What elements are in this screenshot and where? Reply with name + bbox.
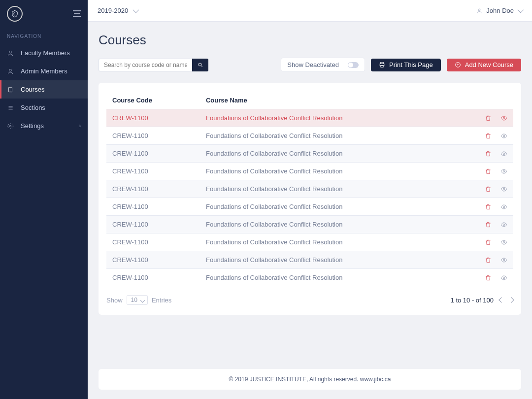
user-name: John Doe [486,7,514,14]
cell-name: Foundations of Collaborative Conflict Re… [200,269,469,287]
app-logo [7,6,23,22]
eye-icon[interactable] [500,168,507,175]
add-course-button-label: Add New Course [465,61,513,68]
cell-code: CREW-1100 [106,145,200,163]
svg-point-25 [503,277,505,279]
row-actions [475,221,507,228]
search-icon [198,62,203,68]
svg-rect-10 [380,63,384,64]
eye-icon[interactable] [500,115,507,122]
sidebar-item-sections[interactable]: Sections [0,99,88,117]
main: 2019-2020 John Doe Courses Show Deactiva… [88,0,532,399]
next-page-button[interactable] [508,297,514,302]
add-course-button[interactable]: Add New Course [447,59,521,71]
sidebar-item-label: Courses [21,86,44,93]
printer-icon [379,62,385,68]
prev-page-button[interactable] [499,297,504,302]
year-selector[interactable]: 2019-2020 [98,7,137,14]
table-row[interactable]: CREW-1100Foundations of Collaborative Co… [106,163,513,180]
trash-icon[interactable] [485,150,492,157]
cell-name: Foundations of Collaborative Conflict Re… [200,216,469,233]
footer: © 2019 JUSTICE INSTITUTE, All rights res… [99,369,521,390]
cell-code: CREW-1100 [106,251,200,269]
trash-icon[interactable] [485,133,492,139]
trash-icon[interactable] [485,274,492,281]
show-label: Show [106,297,123,304]
book-icon [7,86,14,93]
user-menu[interactable]: John Doe [476,7,522,14]
sidebar-item-admin[interactable]: Admin Members [0,62,88,80]
svg-point-18 [503,153,505,155]
table-row[interactable]: CREW-1100Foundations of Collaborative Co… [106,109,513,127]
sidebar-item-label: Faculty Members [21,49,70,57]
cell-code: CREW-1100 [106,163,200,180]
page-size-select[interactable]: 10 [127,295,148,305]
search-button[interactable] [192,59,208,71]
entries-label: Entries [152,297,171,304]
sidebar-toggle-icon[interactable] [73,10,81,17]
footer-institute: JUSTICE INSTITUTE, [250,376,308,383]
trash-icon[interactable] [485,168,492,175]
cell-name: Foundations of Collaborative Conflict Re… [200,198,469,216]
cell-name: Foundations of Collaborative Conflict Re… [200,109,469,127]
sidebar-item-courses[interactable]: Courses [0,80,88,99]
eye-icon[interactable] [500,133,507,139]
toolbar: Show Deactivated Print This Page Add New… [99,58,521,72]
svg-line-9 [201,66,202,67]
courses-table: Course Code Course Name CREW-1100Foundat… [106,92,513,286]
eye-icon[interactable] [500,257,507,264]
col-code: Course Code [106,92,200,109]
svg-point-23 [503,241,505,243]
cell-name: Foundations of Collaborative Conflict Re… [200,145,469,163]
svg-point-22 [503,224,505,226]
table-row[interactable]: CREW-1100Foundations of Collaborative Co… [106,180,513,198]
cell-code: CREW-1100 [106,233,200,251]
table-row[interactable]: CREW-1100Foundations of Collaborative Co… [106,198,513,216]
svg-point-0 [9,51,12,53]
cell-code: CREW-1100 [106,269,200,287]
row-actions [475,257,507,264]
sidebar-item-label: Admin Members [21,67,67,75]
footer-copyright: © 2019 [229,376,250,383]
trash-icon[interactable] [485,257,492,264]
cell-code: CREW-1100 [106,109,200,127]
eye-icon[interactable] [500,221,507,228]
eye-icon[interactable] [500,239,507,246]
table-row[interactable]: CREW-1100Foundations of Collaborative Co… [106,127,513,145]
row-actions [475,239,507,246]
search-input[interactable] [99,59,192,71]
pagination-range: 1 to 10 - of 100 [451,297,494,304]
table-row[interactable]: CREW-1100Foundations of Collaborative Co… [106,269,513,287]
svg-point-20 [503,188,505,190]
svg-rect-12 [381,66,383,67]
svg-point-24 [503,259,505,261]
user-icon [7,68,14,75]
table-footer: Show 10 Entries 1 to 10 - of 100 [106,286,513,305]
sidebar: NAVIGATION Faculty Members Admin Members… [0,0,88,399]
eye-icon[interactable] [500,186,507,193]
table-row[interactable]: CREW-1100Foundations of Collaborative Co… [106,216,513,233]
sidebar-item-settings[interactable]: Settings › [0,117,88,135]
footer-rights: All rights reserved. www.jibc.ca [308,376,391,383]
show-deactivated-box: Show Deactivated [281,58,365,72]
eye-icon[interactable] [500,274,507,281]
print-button[interactable]: Print This Page [371,59,441,71]
table-row[interactable]: CREW-1100Foundations of Collaborative Co… [106,233,513,251]
trash-icon[interactable] [485,186,492,193]
sidebar-item-faculty[interactable]: Faculty Members [0,44,88,62]
row-actions [475,203,507,210]
row-actions [475,115,507,122]
table-row[interactable]: CREW-1100Foundations of Collaborative Co… [106,145,513,163]
show-deactivated-toggle[interactable] [348,62,359,68]
eye-icon[interactable] [500,150,507,157]
svg-point-21 [503,206,505,208]
trash-icon[interactable] [485,115,492,122]
svg-point-16 [503,117,505,119]
row-actions [475,186,507,193]
trash-icon[interactable] [485,203,492,210]
trash-icon[interactable] [485,239,492,246]
eye-icon[interactable] [500,203,507,210]
table-row[interactable]: CREW-1100Foundations of Collaborative Co… [106,251,513,269]
trash-icon[interactable] [485,221,492,228]
row-actions [475,150,507,157]
